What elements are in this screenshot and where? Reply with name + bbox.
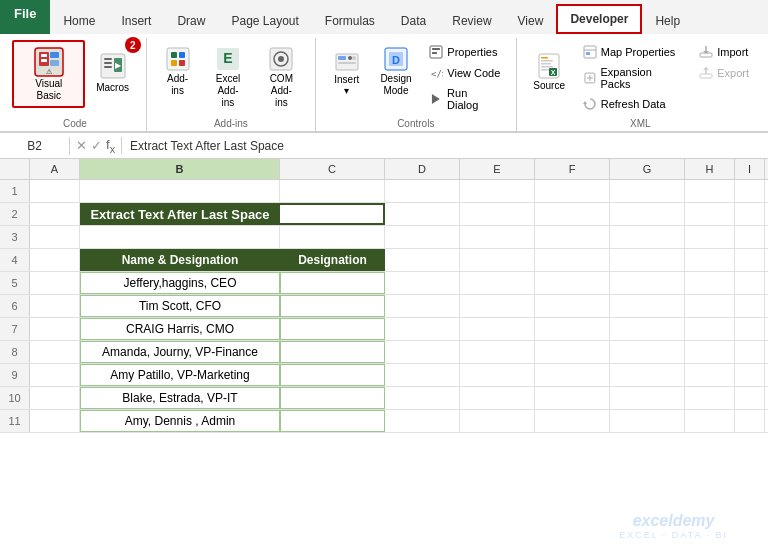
cell-g4[interactable] [610,249,685,271]
cell-b10[interactable]: Blake, Estrada, VP-IT [80,387,280,409]
cell-e10[interactable] [460,387,535,409]
cell-f11[interactable] [535,410,610,432]
insert-function-icon[interactable]: fx [106,137,115,155]
cell-h5[interactable] [685,272,735,294]
cell-a9[interactable] [30,364,80,386]
cell-h10[interactable] [685,387,735,409]
cell-a2[interactable] [30,203,80,225]
tab-formulas[interactable]: Formulas [312,7,388,34]
tab-page-layout[interactable]: Page Layout [218,7,311,34]
tab-data[interactable]: Data [388,7,439,34]
cell-c2[interactable] [280,203,385,225]
cell-e7[interactable] [460,318,535,340]
cell-c10[interactable] [280,387,385,409]
view-code-button[interactable]: </> View Code [422,63,507,83]
export-button[interactable]: Export [692,63,756,83]
run-dialog-button[interactable]: Run Dialog [422,84,507,114]
tab-insert[interactable]: Insert [108,7,164,34]
cell-d10[interactable] [385,387,460,409]
file-tab[interactable]: File [0,0,50,34]
cell-d11[interactable] [385,410,460,432]
cell-a10[interactable] [30,387,80,409]
cell-f6[interactable] [535,295,610,317]
cell-g10[interactable] [610,387,685,409]
cell-d2[interactable] [385,203,460,225]
cell-h11[interactable] [685,410,735,432]
cell-g6[interactable] [610,295,685,317]
source-button[interactable]: X Source [525,40,574,102]
cell-d7[interactable] [385,318,460,340]
cell-g2[interactable] [610,203,685,225]
excel-add-ins-button[interactable]: E ExcelAdd-ins [202,40,253,114]
tab-review[interactable]: Review [439,7,504,34]
cell-i2[interactable] [735,203,765,225]
cell-c6[interactable] [280,295,385,317]
expansion-packs-button[interactable]: Expansion Packs [576,63,690,93]
cell-a6[interactable] [30,295,80,317]
cell-d6[interactable] [385,295,460,317]
cell-h6[interactable] [685,295,735,317]
cell-b2[interactable]: Extract Text After Last Space [80,203,280,225]
cell-f2[interactable] [535,203,610,225]
col-header-d[interactable]: D [385,159,460,179]
macros-button[interactable]: ▶ Macros 2 [87,40,137,102]
cell-b3[interactable] [80,226,280,248]
cell-reference[interactable]: B2 [0,137,70,155]
cell-d4[interactable] [385,249,460,271]
cell-b11[interactable]: Amy, Dennis , Admin [80,410,280,432]
visual-basic-button[interactable]: ⚠ Visual Basic [12,40,85,108]
cell-i5[interactable] [735,272,765,294]
cell-h1[interactable] [685,180,735,202]
cell-e11[interactable] [460,410,535,432]
cell-c9[interactable] [280,364,385,386]
cell-c4[interactable]: Designation [280,249,385,271]
cell-c3[interactable] [280,226,385,248]
col-header-h[interactable]: H [685,159,735,179]
cell-g8[interactable] [610,341,685,363]
properties-button[interactable]: Properties [422,42,507,62]
refresh-data-button[interactable]: Refresh Data [576,94,690,114]
cell-a11[interactable] [30,410,80,432]
col-header-b[interactable]: B [80,159,280,179]
cell-h9[interactable] [685,364,735,386]
insert-control-button[interactable]: Insert ▾ [324,40,370,102]
cell-e1[interactable] [460,180,535,202]
import-button[interactable]: Import [692,42,756,62]
cell-h4[interactable] [685,249,735,271]
cell-g11[interactable] [610,410,685,432]
cell-i7[interactable] [735,318,765,340]
cell-d1[interactable] [385,180,460,202]
cell-b5[interactable]: Jeffery,haggins, CEO [80,272,280,294]
cell-i6[interactable] [735,295,765,317]
col-header-a[interactable]: A [30,159,80,179]
cell-d8[interactable] [385,341,460,363]
col-header-f[interactable]: F [535,159,610,179]
cell-b1[interactable] [80,180,280,202]
cell-f5[interactable] [535,272,610,294]
cell-i11[interactable] [735,410,765,432]
cell-i1[interactable] [735,180,765,202]
cell-b8[interactable]: Amanda, Journy, VP-Finance [80,341,280,363]
cell-a1[interactable] [30,180,80,202]
cell-g7[interactable] [610,318,685,340]
cell-d5[interactable] [385,272,460,294]
design-mode-button[interactable]: D DesignMode [372,40,421,102]
tab-help[interactable]: Help [642,7,693,34]
cell-f7[interactable] [535,318,610,340]
cell-f10[interactable] [535,387,610,409]
cell-g1[interactable] [610,180,685,202]
cell-i8[interactable] [735,341,765,363]
cell-e5[interactable] [460,272,535,294]
tab-home[interactable]: Home [50,7,108,34]
cell-a8[interactable] [30,341,80,363]
cell-f9[interactable] [535,364,610,386]
cell-f1[interactable] [535,180,610,202]
cancel-formula-icon[interactable]: ✕ [76,138,87,153]
cell-g3[interactable] [610,226,685,248]
cell-e4[interactable] [460,249,535,271]
cell-h8[interactable] [685,341,735,363]
cell-b7[interactable]: CRAIG Harris, CMO [80,318,280,340]
com-add-ins-button[interactable]: COMAdd-ins [256,40,307,114]
cell-a3[interactable] [30,226,80,248]
tab-view[interactable]: View [505,7,557,34]
